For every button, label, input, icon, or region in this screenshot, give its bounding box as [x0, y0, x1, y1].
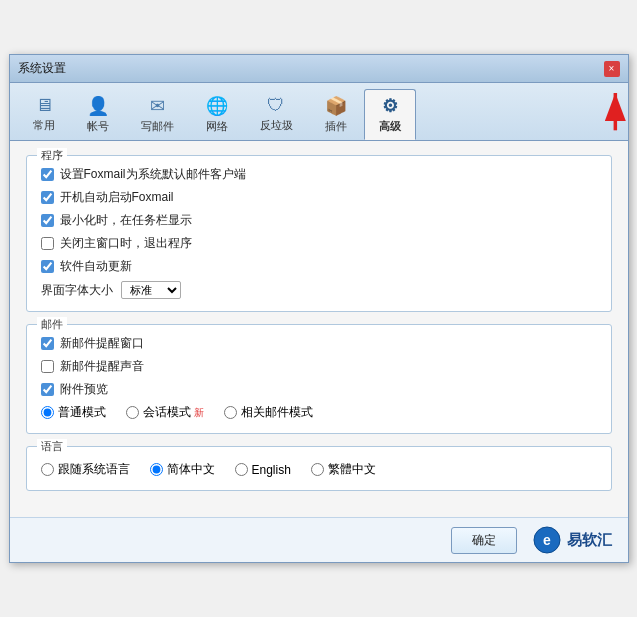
checkbox-row-new-mail-sound: 新邮件提醒声音 [41, 358, 597, 375]
label-close-exit: 关闭主窗口时，退出程序 [60, 235, 192, 252]
font-size-select[interactable]: 标准 小 大 [121, 281, 181, 299]
close-button[interactable]: × [604, 61, 620, 77]
checkbox-minimize-tray[interactable] [41, 214, 54, 227]
label-minimize-tray: 最小化时，在任务栏显示 [60, 212, 192, 229]
label-traditional-chinese: 繁體中文 [328, 461, 376, 478]
tab-bar: 🖥 常用 👤 帐号 ✉ 写邮件 🌐 网络 🛡 反垃圾 📦 插件 [10, 83, 628, 141]
tab-plugins[interactable]: 📦 插件 [310, 89, 362, 140]
account-icon: 👤 [87, 95, 109, 117]
radio-related-mode[interactable] [224, 406, 237, 419]
checkbox-auto-start[interactable] [41, 191, 54, 204]
checkbox-row-auto-update: 软件自动更新 [41, 258, 597, 275]
window-title: 系统设置 [18, 60, 66, 77]
radio-item-traditional-chinese: 繁體中文 [311, 461, 376, 478]
radio-traditional-chinese[interactable] [311, 463, 324, 476]
radio-item-normal: 普通模式 [41, 404, 106, 421]
language-group: 跟随系统语言 简体中文 English 繁體中文 [41, 461, 597, 478]
mail-mode-group: 普通模式 会话模式 新 相关邮件模式 [41, 404, 597, 421]
tab-network[interactable]: 🌐 网络 [191, 89, 243, 140]
font-size-row: 界面字体大小 标准 小 大 [41, 281, 597, 299]
tab-account[interactable]: 👤 帐号 [72, 89, 124, 140]
tab-advanced[interactable]: ⚙ 高级 [364, 89, 416, 140]
label-new-mail-window: 新邮件提醒窗口 [60, 335, 144, 352]
tab-spam-label: 反垃圾 [260, 118, 293, 133]
program-section-title: 程序 [37, 148, 67, 163]
checkbox-row-attach-preview: 附件预览 [41, 381, 597, 398]
tab-account-label: 帐号 [87, 119, 109, 134]
program-section: 程序 设置Foxmail为系统默认邮件客户端 开机自动启动Foxmail 最小化… [26, 155, 612, 312]
language-section: 语言 跟随系统语言 简体中文 English [26, 446, 612, 491]
mail-section-title: 邮件 [37, 317, 67, 332]
common-icon: 🖥 [35, 95, 53, 116]
tab-advanced-label: 高级 [379, 119, 401, 134]
label-follow-system: 跟随系统语言 [58, 461, 130, 478]
gear-icon: ⚙ [382, 95, 398, 117]
language-section-title: 语言 [37, 439, 67, 454]
new-badge: 新 [194, 407, 204, 418]
label-english: English [252, 463, 291, 477]
checkbox-new-mail-sound[interactable] [41, 360, 54, 373]
font-size-label: 界面字体大小 [41, 282, 113, 299]
label-auto-start: 开机自动启动Foxmail [60, 189, 174, 206]
label-related-mode: 相关邮件模式 [241, 404, 313, 421]
tab-compose[interactable]: ✉ 写邮件 [126, 89, 189, 140]
label-attach-preview: 附件预览 [60, 381, 108, 398]
radio-english[interactable] [235, 463, 248, 476]
checkbox-row-minimize-tray: 最小化时，在任务栏显示 [41, 212, 597, 229]
checkbox-row-default-client: 设置Foxmail为系统默认邮件客户端 [41, 166, 597, 183]
checkbox-row-new-mail-window: 新邮件提醒窗口 [41, 335, 597, 352]
settings-window: 系统设置 × 🖥 常用 👤 帐号 ✉ 写邮件 🌐 网络 🛡 反 [9, 54, 629, 563]
label-normal-mode: 普通模式 [58, 404, 106, 421]
checkbox-attach-preview[interactable] [41, 383, 54, 396]
radio-item-related: 相关邮件模式 [224, 404, 313, 421]
watermark-icon: e [533, 526, 561, 554]
label-simplified-chinese: 简体中文 [167, 461, 215, 478]
label-new-mail-sound: 新邮件提醒声音 [60, 358, 144, 375]
tab-plugins-label: 插件 [325, 119, 347, 134]
spam-icon: 🛡 [267, 95, 285, 116]
radio-follow-system[interactable] [41, 463, 54, 476]
radio-item-english: English [235, 463, 291, 477]
radio-item-conversation: 会话模式 新 [126, 404, 204, 421]
compose-icon: ✉ [150, 95, 165, 117]
checkbox-new-mail-window[interactable] [41, 337, 54, 350]
svg-text:e: e [543, 532, 551, 548]
checkbox-auto-update[interactable] [41, 260, 54, 273]
label-default-client: 设置Foxmail为系统默认邮件客户端 [60, 166, 246, 183]
footer: 确定 e 易软汇 [10, 517, 628, 562]
radio-item-follow-system: 跟随系统语言 [41, 461, 130, 478]
radio-item-simplified-chinese: 简体中文 [150, 461, 215, 478]
checkbox-close-exit[interactable] [41, 237, 54, 250]
tab-network-label: 网络 [206, 119, 228, 134]
radio-normal-mode[interactable] [41, 406, 54, 419]
tab-common[interactable]: 🖥 常用 [18, 89, 70, 140]
ok-button[interactable]: 确定 [451, 527, 517, 554]
radio-conversation-mode[interactable] [126, 406, 139, 419]
watermark-text: 易软汇 [567, 531, 612, 550]
label-auto-update: 软件自动更新 [60, 258, 132, 275]
checkbox-row-close-exit: 关闭主窗口时，退出程序 [41, 235, 597, 252]
titlebar: 系统设置 × [10, 55, 628, 83]
settings-content: 程序 设置Foxmail为系统默认邮件客户端 开机自动启动Foxmail 最小化… [10, 141, 628, 517]
tab-common-label: 常用 [33, 118, 55, 133]
checkbox-default-client[interactable] [41, 168, 54, 181]
watermark: e 易软汇 [533, 526, 612, 554]
mail-section: 邮件 新邮件提醒窗口 新邮件提醒声音 附件预览 普通模式 [26, 324, 612, 434]
radio-simplified-chinese[interactable] [150, 463, 163, 476]
tab-compose-label: 写邮件 [141, 119, 174, 134]
tab-spam[interactable]: 🛡 反垃圾 [245, 89, 308, 140]
plugins-icon: 📦 [325, 95, 347, 117]
label-conversation-mode: 会话模式 新 [143, 404, 204, 421]
checkbox-row-auto-start: 开机自动启动Foxmail [41, 189, 597, 206]
network-icon: 🌐 [206, 95, 228, 117]
